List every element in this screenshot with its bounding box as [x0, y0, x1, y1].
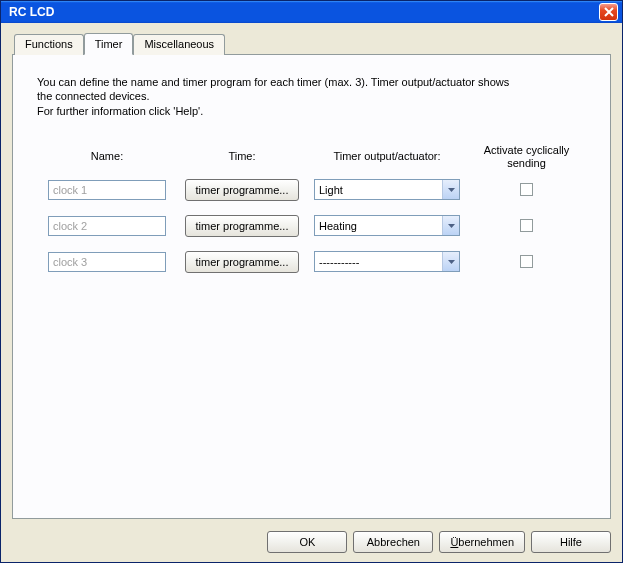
close-button[interactable]: [599, 3, 618, 21]
title-bar: RC LCD: [1, 1, 622, 23]
dialog-window: RC LCD Functions Timer Miscellaneous You…: [0, 0, 623, 563]
apply-label-rest: bernehmen: [458, 536, 514, 548]
output-select-3[interactable]: -----------: [314, 251, 460, 272]
tab-functions[interactable]: Functions: [14, 34, 84, 55]
column-output: Timer output/actuator: Light Heating: [307, 142, 467, 280]
tab-timer[interactable]: Timer: [84, 33, 134, 55]
header-time: Time:: [228, 142, 255, 172]
tab-miscellaneous[interactable]: Miscellaneous: [133, 34, 225, 55]
help-line: You can define the name and timer progra…: [37, 75, 586, 89]
output-value: Heating: [319, 220, 442, 232]
apply-button[interactable]: Übernehmen: [439, 531, 525, 553]
activate-checkbox-1[interactable]: [520, 183, 533, 196]
timer-programme-button-2[interactable]: timer programme...: [185, 215, 300, 237]
tab-strip: Functions Timer Miscellaneous: [14, 33, 611, 54]
tab-panel-timer: You can define the name and timer progra…: [12, 54, 611, 519]
name-input-3[interactable]: [48, 252, 166, 272]
timer-programme-button-3[interactable]: timer programme...: [185, 251, 300, 273]
timer-programme-button-1[interactable]: timer programme...: [185, 179, 300, 201]
activate-checkbox-2[interactable]: [520, 219, 533, 232]
dialog-buttons: OK Abbrechen Übernehmen Hilfe: [267, 531, 611, 553]
output-value: Light: [319, 184, 442, 196]
help-line: the connected devices.: [37, 89, 586, 103]
header-name: Name:: [91, 142, 123, 172]
cancel-button[interactable]: Abbrechen: [353, 531, 433, 553]
chevron-down-icon: [442, 180, 459, 199]
close-icon: [604, 7, 614, 17]
column-time: Time: timer programme... timer programme…: [177, 142, 307, 280]
header-output: Timer output/actuator:: [333, 142, 440, 172]
name-input-2[interactable]: [48, 216, 166, 236]
column-name: Name:: [37, 142, 177, 280]
ok-button[interactable]: OK: [267, 531, 347, 553]
output-select-1[interactable]: Light: [314, 179, 460, 200]
column-activate: Activate cyclically sending: [467, 142, 586, 280]
help-text: You can define the name and timer progra…: [37, 75, 586, 118]
client-area: Functions Timer Miscellaneous You can de…: [2, 23, 621, 561]
timer-grid: Name: Time: timer programme... timer pro…: [37, 142, 586, 280]
chevron-down-icon: [442, 216, 459, 235]
window-title: RC LCD: [5, 5, 599, 19]
output-select-2[interactable]: Heating: [314, 215, 460, 236]
name-input-1[interactable]: [48, 180, 166, 200]
help-line: For further information click 'Help'.: [37, 104, 586, 118]
activate-checkbox-3[interactable]: [520, 255, 533, 268]
help-button[interactable]: Hilfe: [531, 531, 611, 553]
output-value: -----------: [319, 256, 442, 268]
chevron-down-icon: [442, 252, 459, 271]
header-activate: Activate cyclically sending: [467, 142, 586, 172]
